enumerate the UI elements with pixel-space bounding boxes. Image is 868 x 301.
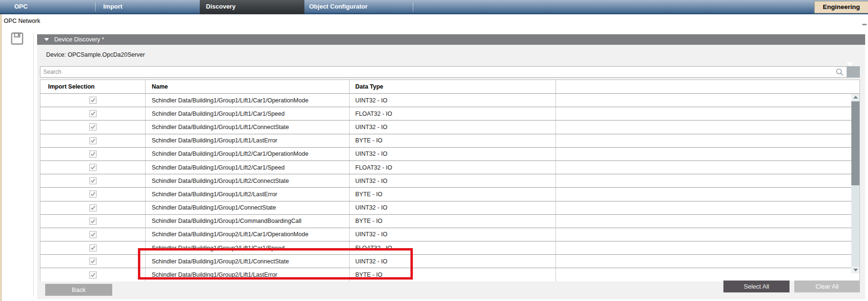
- clear-all-button[interactable]: Clear All: [794, 281, 860, 292]
- checkmark-icon: [90, 178, 95, 183]
- row-empty-cell: [556, 120, 859, 133]
- row-datatype-cell: BYTE - IO: [349, 188, 556, 201]
- table-vertical-scrollbar[interactable]: [851, 94, 859, 273]
- import-checkbox[interactable]: [89, 271, 97, 279]
- tab-separator: [95, 2, 96, 11]
- row-empty-cell: [556, 228, 859, 241]
- row-datatype-cell: BYTE - IO: [349, 215, 556, 228]
- row-datatype-cell: UINT32 - IO: [349, 201, 556, 214]
- device-label: Device: OPCSample.OpcDa20Server: [46, 51, 145, 58]
- import-selection-cell: [40, 120, 145, 133]
- breadcrumb: OPC Network: [4, 18, 40, 24]
- row-name-cell: Schindler Data/Building1/Group1/Lift1/Ca…: [145, 107, 349, 120]
- tab-engineering[interactable]: Engineering: [814, 1, 868, 13]
- import-checkbox[interactable]: [89, 123, 97, 130]
- row-datatype-cell: UINT32 - IO: [349, 148, 556, 161]
- row-datatype-cell: BYTE - IO: [349, 134, 556, 147]
- tab-import[interactable]: Import: [103, 3, 122, 10]
- import-checkbox[interactable]: [89, 150, 97, 158]
- row-datatype-cell: UINT32 - IO: [349, 94, 556, 107]
- row-empty-cell: [556, 161, 859, 174]
- table-row[interactable]: Schindler Data/Building1/Group1/Lift1/Co…: [40, 120, 859, 133]
- search-filter-dropdown-button[interactable]: [847, 66, 860, 78]
- search-box: [40, 66, 860, 78]
- table-row[interactable]: Schindler Data/Building1/Group2/Lift1/La…: [40, 268, 859, 281]
- row-name-cell: Schindler Data/Building1/Group1/CommandB…: [145, 215, 349, 228]
- scrollbar-thumb[interactable]: [851, 101, 859, 185]
- table-row[interactable]: Schindler Data/Building1/Group1/Lift2/La…: [40, 187, 859, 201]
- tab-separator: [413, 2, 413, 11]
- save-button[interactable]: [10, 32, 24, 45]
- import-checkbox[interactable]: [89, 231, 97, 238]
- scroll-up-arrow[interactable]: [851, 94, 859, 100]
- import-selection-cell: [40, 188, 145, 201]
- row-empty-cell: [556, 107, 859, 120]
- checkmark-icon: [90, 191, 95, 196]
- checkmark-icon: [90, 205, 95, 210]
- import-checkbox[interactable]: [89, 97, 97, 104]
- collapse-triangle-icon: [44, 38, 49, 41]
- row-datatype-cell: UINT32 - IO: [349, 174, 556, 187]
- tab-discovery-label: Discovery: [206, 3, 235, 10]
- discovery-table: Import Selection Name Data Type Schindle…: [40, 80, 860, 281]
- row-name-cell: Schindler Data/Building1/Group2/Lift1/La…: [145, 268, 349, 281]
- checkmark-icon: [90, 98, 95, 102]
- panel-header[interactable]: Device Discovery *: [37, 34, 865, 45]
- row-datatype-cell: FLOAT32 - IO: [349, 241, 556, 254]
- row-name-cell: Schindler Data/Building1/Group2/Lift1/Ca…: [145, 228, 349, 241]
- row-name-cell: Schindler Data/Building1/Group1/Lift2/Ca…: [145, 148, 349, 161]
- import-checkbox[interactable]: [89, 218, 97, 225]
- import-checkbox[interactable]: [89, 258, 97, 265]
- tab-opc[interactable]: OPC: [14, 3, 28, 10]
- back-button[interactable]: Back: [45, 284, 112, 296]
- row-datatype-cell: UINT32 - IO: [349, 255, 556, 268]
- search-icon[interactable]: [836, 68, 844, 76]
- import-checkbox[interactable]: [89, 137, 97, 144]
- row-empty-cell: [556, 215, 859, 228]
- checkmark-icon: [90, 138, 95, 142]
- import-checkbox[interactable]: [89, 164, 97, 171]
- tab-discovery[interactable]: Discovery: [200, 0, 304, 14]
- import-checkbox[interactable]: [89, 191, 97, 198]
- select-all-button[interactable]: Select All: [723, 281, 790, 292]
- row-datatype-cell: FLOAT32 - IO: [349, 107, 556, 120]
- checkmark-icon: [90, 218, 95, 223]
- row-name-cell: Schindler Data/Building1/Group1/Lift1/Ca…: [145, 94, 349, 107]
- row-name-cell: Schindler Data/Building1/Group1/ConnectS…: [145, 201, 349, 214]
- import-selection-cell: [40, 241, 145, 254]
- table-row[interactable]: Schindler Data/Building1/Group1/ConnectS…: [40, 201, 859, 214]
- tab-object-configurator[interactable]: Object Configurator: [309, 3, 368, 10]
- column-header-empty: [556, 80, 859, 93]
- import-checkbox[interactable]: [89, 244, 97, 251]
- table-rows: Schindler Data/Building1/Group1/Lift1/Ca…: [40, 93, 859, 281]
- row-name-cell: Schindler Data/Building1/Group1/Lift2/La…: [145, 188, 349, 201]
- checkmark-icon: [90, 245, 95, 250]
- row-name-cell: Schindler Data/Building1/Group1/Lift1/La…: [145, 134, 349, 147]
- import-checkbox[interactable]: [89, 110, 97, 117]
- table-row[interactable]: Schindler Data/Building1/Group1/Lift2/Ca…: [40, 147, 859, 161]
- checkmark-icon: [90, 151, 95, 156]
- table-row[interactable]: Schindler Data/Building1/Group2/Lift1/Ca…: [40, 241, 859, 254]
- table-row[interactable]: Schindler Data/Building1/Group1/Lift1/Ca…: [40, 93, 859, 107]
- table-row[interactable]: Schindler Data/Building1/Group2/Lift1/Co…: [40, 254, 859, 268]
- row-name-cell: Schindler Data/Building1/Group1/Lift1/Co…: [145, 120, 349, 133]
- scroll-down-arrow[interactable]: [851, 267, 859, 273]
- table-row[interactable]: Schindler Data/Building1/Group1/Lift2/Co…: [40, 174, 859, 187]
- row-name-cell: Schindler Data/Building1/Group2/Lift1/Ca…: [145, 241, 349, 254]
- search-input[interactable]: [42, 67, 818, 77]
- table-row[interactable]: Schindler Data/Building1/Group2/Lift1/Ca…: [40, 228, 859, 241]
- floppy-disk-icon: [10, 32, 24, 45]
- import-checkbox[interactable]: [89, 177, 97, 184]
- minimize-dash-icon[interactable]: [862, 24, 867, 25]
- checkmark-icon: [90, 272, 95, 277]
- row-empty-cell: [556, 241, 859, 254]
- import-selection-cell: [40, 148, 145, 161]
- checkmark-icon: [90, 111, 95, 116]
- table-row[interactable]: Schindler Data/Building1/Group1/Lift1/La…: [40, 134, 859, 147]
- import-checkbox[interactable]: [89, 204, 97, 211]
- table-row[interactable]: Schindler Data/Building1/Group1/Lift1/Ca…: [40, 107, 859, 120]
- table-row[interactable]: Schindler Data/Building1/Group1/Lift2/Ca…: [40, 161, 859, 174]
- table-header-row: Import Selection Name Data Type: [40, 80, 859, 93]
- table-row[interactable]: Schindler Data/Building1/Group1/CommandB…: [40, 214, 859, 228]
- row-empty-cell: [556, 134, 859, 147]
